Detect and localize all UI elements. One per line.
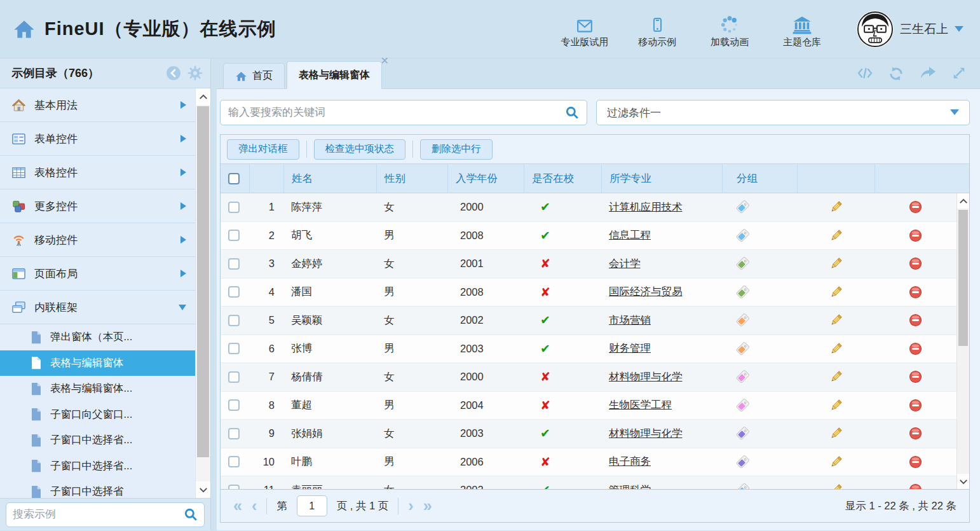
edit-pencil-icon[interactable]: [829, 314, 843, 327]
header-cell-gender[interactable]: 性别: [376, 164, 447, 193]
header-action[interactable]: 移动示例: [624, 10, 690, 48]
edit-pencil-icon[interactable]: [829, 257, 843, 270]
delete-icon[interactable]: [909, 455, 922, 469]
major-link[interactable]: 计算机应用技术: [609, 200, 683, 214]
major-link[interactable]: 电子商务: [609, 455, 651, 469]
header-cell-name[interactable]: 姓名: [283, 164, 376, 193]
row-checkbox[interactable]: [228, 399, 240, 411]
major-link[interactable]: 国际经济与贸易: [609, 285, 683, 299]
select-all-checkbox[interactable]: [228, 173, 240, 184]
major-link[interactable]: 会计学: [609, 257, 641, 271]
edit-pencil-icon[interactable]: [829, 286, 843, 299]
toolbar-button[interactable]: 检查选中项状态: [314, 139, 406, 160]
last-page-icon[interactable]: »: [423, 498, 432, 514]
sidebar-group-item[interactable]: 内联框架: [0, 291, 195, 324]
row-checkbox[interactable]: [228, 202, 240, 213]
delete-icon[interactable]: [909, 314, 922, 327]
search-icon[interactable]: [565, 106, 579, 120]
header-cell-group[interactable]: 分组: [722, 164, 797, 193]
row-checkbox[interactable]: [228, 258, 240, 270]
close-icon[interactable]: ✕: [379, 54, 391, 68]
grid-scrollbar[interactable]: [956, 193, 969, 489]
sidebar-group-item[interactable]: 页面布局: [0, 257, 195, 291]
edit-pencil-icon[interactable]: [829, 370, 843, 383]
toolbar-button[interactable]: 弹出对话框: [227, 139, 299, 160]
row-checkbox[interactable]: [228, 230, 240, 241]
fullscreen-icon[interactable]: [952, 66, 969, 81]
edit-pencil-icon[interactable]: [829, 342, 843, 355]
share-icon[interactable]: [920, 66, 937, 81]
tab-grid-edit-window[interactable]: 表格与编辑窗体 ✕: [287, 61, 382, 89]
header-action[interactable]: 主题仓库: [769, 10, 835, 48]
scrollbar-thumb[interactable]: [197, 106, 209, 457]
user-menu[interactable]: 三生石上: [857, 11, 963, 48]
major-link[interactable]: 信息工程: [609, 228, 651, 242]
edit-pencil-icon[interactable]: [829, 399, 843, 412]
major-link[interactable]: 材料物理与化学: [609, 370, 683, 384]
scroll-up-icon[interactable]: [957, 193, 969, 209]
toolbar-button[interactable]: 删除选中行: [420, 139, 493, 160]
row-checkbox[interactable]: [228, 428, 240, 439]
sidebar-sub-item[interactable]: 子窗口中选择省...: [0, 427, 195, 453]
major-link[interactable]: 市场营销: [609, 314, 651, 328]
search-icon[interactable]: [184, 507, 198, 521]
header-cell-inschool[interactable]: 是否在校: [524, 164, 601, 193]
major-link[interactable]: 生物医学工程: [609, 398, 672, 412]
refresh-icon[interactable]: [888, 66, 905, 81]
tab-home[interactable]: 首页: [223, 63, 285, 88]
sidebar-sub-item[interactable]: 表格与编辑窗体...: [0, 376, 195, 402]
header-action[interactable]: 加载动画: [697, 10, 763, 48]
sidebar-sub-item[interactable]: 子窗口向父窗口...: [0, 402, 195, 428]
sidebar-scrollbar[interactable]: [195, 88, 210, 498]
delete-icon[interactable]: [909, 229, 922, 242]
row-checkbox[interactable]: [228, 343, 240, 354]
sidebar-sub-item[interactable]: 弹出窗体（本页...: [0, 324, 195, 350]
scroll-up-icon[interactable]: [196, 88, 210, 105]
sidebar-sub-item[interactable]: 表格与编辑窗体: [0, 350, 195, 376]
sidebar-search-input[interactable]: [13, 508, 184, 521]
page-number-input[interactable]: [297, 495, 327, 516]
major-link[interactable]: 材料物理与化学: [609, 427, 683, 441]
sidebar-group-item[interactable]: 基本用法: [0, 88, 195, 122]
edit-pencil-icon[interactable]: [829, 427, 843, 440]
delete-icon[interactable]: [909, 399, 922, 412]
next-page-icon[interactable]: ›: [408, 498, 413, 514]
row-checkbox[interactable]: [228, 371, 240, 383]
sidebar-group-item[interactable]: 更多控件: [0, 190, 195, 223]
delete-icon[interactable]: [909, 342, 922, 355]
row-checkbox[interactable]: [228, 286, 240, 298]
sidebar-group-item[interactable]: 移动控件: [0, 223, 195, 257]
scrollbar-thumb[interactable]: [958, 210, 968, 346]
collapse-sidebar-icon[interactable]: [166, 66, 181, 81]
scroll-down-icon[interactable]: [957, 474, 969, 489]
delete-icon[interactable]: [909, 483, 922, 489]
avatar[interactable]: [857, 11, 894, 48]
header-cell-major[interactable]: 所学专业: [601, 164, 722, 193]
edit-pencil-icon[interactable]: [829, 200, 843, 214]
row-checkbox[interactable]: [228, 456, 240, 467]
header-cell-year[interactable]: 入学年份: [447, 164, 524, 193]
delete-icon[interactable]: [909, 200, 922, 214]
sidebar-group-item[interactable]: 表单控件: [0, 122, 195, 156]
gear-icon[interactable]: [187, 66, 203, 81]
major-link[interactable]: 管理科学: [609, 483, 651, 489]
prev-page-icon[interactable]: ‹: [252, 498, 257, 514]
row-checkbox[interactable]: [228, 485, 240, 489]
edit-pencil-icon[interactable]: [829, 229, 843, 242]
filter-dropdown[interactable]: 过滤条件一: [596, 100, 970, 125]
sidebar-sub-item[interactable]: 子窗口中选择省: [0, 479, 195, 498]
header-action[interactable]: 专业版试用: [552, 10, 618, 48]
sidebar-sub-item[interactable]: 子窗口中选择省...: [0, 453, 195, 479]
delete-icon[interactable]: [909, 257, 922, 270]
first-page-icon[interactable]: «: [233, 498, 242, 514]
delete-icon[interactable]: [909, 427, 922, 440]
source-code-icon[interactable]: [857, 66, 873, 81]
major-link[interactable]: 财务管理: [609, 341, 651, 355]
row-checkbox[interactable]: [228, 315, 240, 326]
edit-pencil-icon[interactable]: [829, 455, 843, 469]
keyword-search-input[interactable]: [228, 106, 565, 119]
edit-pencil-icon[interactable]: [829, 483, 843, 489]
delete-icon[interactable]: [909, 286, 922, 299]
sidebar-group-item[interactable]: 表格控件: [0, 156, 195, 190]
scroll-down-icon[interactable]: [196, 481, 210, 498]
